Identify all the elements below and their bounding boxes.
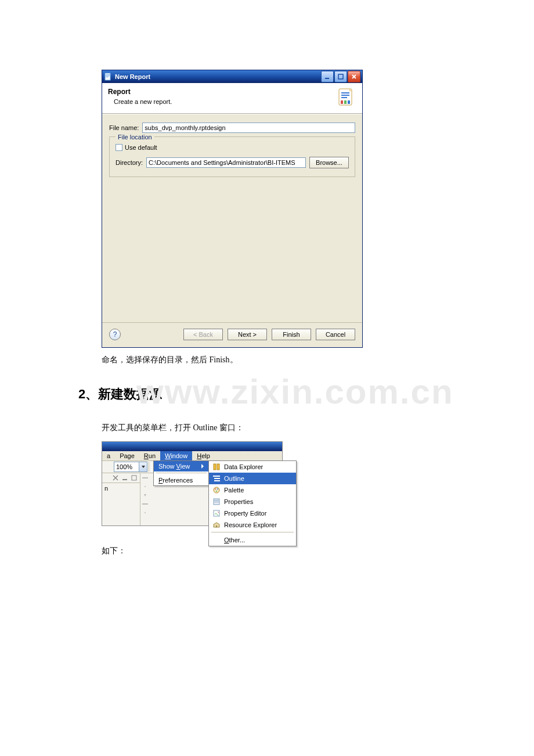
submenu-palette[interactable]: Palette xyxy=(209,484,296,496)
svg-rect-14 xyxy=(217,464,219,470)
svg-point-21 xyxy=(216,491,217,492)
dialog-titlebar[interactable]: New Report xyxy=(102,70,362,83)
svg-point-30 xyxy=(145,486,146,487)
dialog-header-icon xyxy=(335,88,356,109)
submenu-outline[interactable]: Outline xyxy=(209,473,296,484)
menubar-page[interactable]: Page xyxy=(115,451,139,460)
svg-rect-1 xyxy=(106,74,110,75)
file-location-fieldset: File location Use default Directory: Bro… xyxy=(109,136,355,177)
palette-icon xyxy=(212,486,221,494)
svg-point-18 xyxy=(214,487,219,493)
window-controls xyxy=(321,71,360,82)
use-default-checkbox[interactable]: Use default xyxy=(116,144,157,151)
directory-input[interactable] xyxy=(146,157,306,168)
dialog-title: New Report xyxy=(115,73,321,80)
svg-rect-9 xyxy=(341,97,347,98)
finish-button[interactable]: Finish xyxy=(272,329,311,340)
submenu-other[interactable]: Other... xyxy=(209,534,296,546)
svg-rect-10 xyxy=(341,100,343,104)
submenu-data-explorer[interactable]: Data Explorer xyxy=(209,461,296,473)
menu-preferences[interactable]: Preferences xyxy=(154,475,209,485)
ide-toolbar: 100% Show View Preferences xyxy=(102,461,282,473)
ide-left-view: n xyxy=(102,473,140,525)
dialog-header-subtitle: Create a new report. xyxy=(108,96,330,105)
paragraph-as-follows: 如下： xyxy=(102,546,380,556)
editor-gutter-icon xyxy=(142,483,149,490)
svg-rect-2 xyxy=(106,75,110,76)
svg-rect-13 xyxy=(214,464,216,470)
section-heading: 2、新建数据源 xyxy=(78,386,534,403)
svg-rect-4 xyxy=(325,78,329,79)
browse-button[interactable]: Browse... xyxy=(309,157,349,168)
view-max-icon[interactable] xyxy=(131,474,138,481)
svg-rect-3 xyxy=(106,77,109,77)
submenu-label: Outline xyxy=(224,475,244,482)
cancel-button[interactable]: Cancel xyxy=(316,329,355,340)
ide-window: a Page Run Window Help 100% xyxy=(102,441,283,526)
properties-icon xyxy=(212,498,221,506)
svg-rect-17 xyxy=(214,480,220,481)
maximize-button[interactable] xyxy=(334,71,347,82)
ide-titlebar xyxy=(102,442,282,451)
svg-rect-8 xyxy=(341,95,349,96)
menubar-help[interactable]: Help xyxy=(192,451,215,460)
zoom-value[interactable]: 100% xyxy=(114,462,139,472)
dialog-title-icon xyxy=(104,73,113,81)
show-view-submenu: Data Explorer Outline Pale xyxy=(208,460,297,546)
new-report-dialog: New Report Report Create a new re xyxy=(102,70,363,348)
editor-gutter-icon xyxy=(142,501,149,507)
minimize-button[interactable] xyxy=(321,71,334,82)
svg-rect-24 xyxy=(214,502,219,502)
ide-n-label: n xyxy=(102,483,140,494)
file-name-input[interactable] xyxy=(142,123,355,133)
submenu-label: Property Editor xyxy=(224,510,266,517)
svg-rect-5 xyxy=(338,74,343,79)
editor-gutter-icon xyxy=(142,492,149,499)
ide-menubar: a Page Run Window Help xyxy=(102,451,282,461)
data-explorer-icon xyxy=(212,463,221,471)
close-button[interactable] xyxy=(348,71,360,82)
submenu-property-editor[interactable]: Property Editor xyxy=(209,507,296,519)
editor-gutter-icon xyxy=(142,474,149,481)
blank-icon xyxy=(212,536,221,544)
directory-label: Directory: xyxy=(116,159,143,166)
menu-show-view[interactable]: Show View xyxy=(154,461,209,471)
submenu-properties[interactable]: Properties xyxy=(209,496,296,507)
property-editor-icon xyxy=(212,509,221,517)
svg-rect-12 xyxy=(348,100,350,104)
file-name-label: File name: xyxy=(109,124,139,131)
checkbox-icon xyxy=(116,144,122,151)
zoom-combo[interactable]: 100% xyxy=(102,461,147,473)
dialog-footer: ? < Back Next > Finish Cancel xyxy=(102,322,362,347)
submenu-label: Palette xyxy=(224,487,244,494)
svg-point-32 xyxy=(145,512,146,513)
zoom-dropdown-arrow-icon[interactable] xyxy=(139,462,147,472)
svg-rect-7 xyxy=(341,92,349,93)
svg-point-20 xyxy=(217,488,218,489)
svg-rect-27 xyxy=(122,479,127,480)
editor-gutter-icon xyxy=(142,509,149,516)
view-min-icon[interactable] xyxy=(121,474,128,481)
svg-rect-16 xyxy=(214,478,220,479)
dialog-body-spacer xyxy=(109,177,355,316)
submenu-label: Data Explorer xyxy=(224,463,263,470)
menubar-run[interactable]: Run xyxy=(139,451,160,460)
caption-text: 命名，选择保存的目录，然后 Finish。 xyxy=(102,355,380,365)
help-button[interactable]: ? xyxy=(109,329,121,340)
menubar-window[interactable]: Window xyxy=(160,451,192,460)
outline-icon xyxy=(212,474,221,483)
next-button[interactable]: Next > xyxy=(228,329,267,340)
back-button: < Back xyxy=(183,329,223,340)
submenu-resource-explorer[interactable]: Resource Explorer xyxy=(209,519,296,531)
window-dropdown: Show View Preferences xyxy=(153,460,210,486)
submenu-label: Properties xyxy=(224,498,253,505)
dialog-header: Report Create a new report. xyxy=(102,83,362,113)
menubar-a[interactable]: a xyxy=(102,451,115,460)
view-close-icon[interactable] xyxy=(112,474,119,481)
svg-rect-11 xyxy=(344,100,347,104)
file-location-legend: File location xyxy=(116,134,154,141)
svg-rect-15 xyxy=(213,476,220,477)
svg-rect-28 xyxy=(132,476,136,480)
svg-rect-31 xyxy=(142,503,148,505)
submenu-label: Resource Explorer xyxy=(224,521,277,528)
